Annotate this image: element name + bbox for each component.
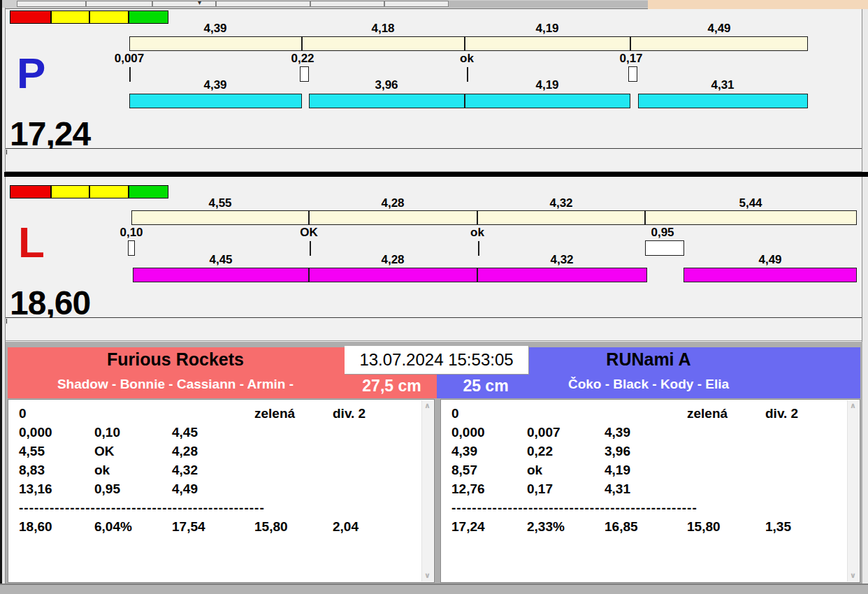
lane-l-exchange-label: 0,95 — [631, 226, 694, 239]
lane-p-run-bar-segment — [129, 94, 302, 108]
vertical-scrollbar[interactable]: ∧ ∨ — [847, 400, 859, 581]
lane-p-split-label: 4,39 — [173, 22, 257, 35]
lane-p-split-label: 4,18 — [341, 22, 425, 35]
table-row: 0,000 0,10 4,45 — [19, 423, 417, 442]
time-diff: 1,35 — [765, 519, 843, 535]
lane-p-total-time: 17,24 — [10, 117, 90, 151]
team-left-results-box[interactable]: 0 zelená div. 2 0,000 0,10 4,45 4,55 OK … — [8, 399, 435, 583]
lane-l-run-label: 4,28 — [351, 253, 435, 266]
swatch-yellow-icon — [89, 10, 129, 24]
lane-l-split-bar-segment — [131, 210, 309, 225]
window-top-toolbar: ▾ — [0, 0, 868, 9]
lane-p-run-bar-segment — [638, 94, 808, 108]
table-row: 4,55 OK 4,28 — [19, 442, 417, 461]
lane-l-split-label: 4,32 — [519, 196, 603, 210]
lane-p-split-label: 4,49 — [677, 22, 761, 35]
lane-p-exchange-label: 0,007 — [98, 52, 161, 65]
table-row: 8,83 ok 4,32 — [19, 461, 417, 479]
lane-p-exchange-label: 0,17 — [600, 52, 663, 65]
timestamp: 13.07.2024 15:53:05 — [345, 346, 529, 375]
lane-l-split-bar-segment — [645, 210, 857, 225]
lane-l-exchange-label: OK — [277, 226, 340, 239]
toolbar-segment — [216, 1, 310, 7]
team-right-jump-height: 25 cm — [447, 377, 524, 396]
lane-p-split-bar-segment — [302, 36, 465, 51]
category-value: zelená — [687, 406, 765, 421]
toolbar-segment — [86, 1, 152, 7]
team-right-results-box[interactable]: 0 zelená div. 2 0,000 0,007 4,39 4,39 0,… — [440, 399, 860, 583]
lane-l-run-label: 4,32 — [520, 253, 604, 266]
toolbar-segment — [152, 1, 216, 7]
timing-app-window: ▾ P 4,39 4,18 4,19 4,49 0,007 0,22 ok 0,… — [0, 0, 868, 594]
swatch-green-icon — [129, 10, 168, 24]
lane-p-run-label: 4,31 — [681, 78, 765, 92]
table-row: 0 zelená div. 2 — [19, 404, 417, 423]
lane-l-timeline-strip — [6, 318, 862, 341]
net-time: 17,54 — [172, 519, 254, 535]
lane-divider-bar — [4, 172, 868, 177]
lane-l-run-bar-segment — [477, 268, 647, 282]
faults-value: 0 — [451, 406, 527, 421]
total-time: 18,60 — [19, 519, 94, 535]
vertical-scrollbar[interactable]: ∧ ∨ — [421, 400, 433, 581]
lane-l-split-label: 4,28 — [351, 196, 435, 210]
table-row: 8,57 ok 4,19 — [451, 461, 843, 479]
table-summary-row: 17,24 2,33% 16,85 15,80 1,35 — [451, 517, 843, 536]
scrollbar-down-icon[interactable]: ∨ — [848, 570, 858, 581]
table-summary-row: 18,60 6,04% 17,54 15,80 2,04 — [19, 517, 417, 536]
exchange-window-box — [128, 240, 135, 256]
toolbar-filler — [449, 1, 648, 8]
timeline-origin-tick — [6, 319, 7, 324]
scrollbar-up-icon[interactable]: ∧ — [422, 400, 433, 412]
lane-p-split-bar-segment — [630, 36, 808, 51]
team-left-jump-height: 27,5 cm — [352, 377, 432, 396]
faults-value: 0 — [19, 406, 94, 421]
category-value: zelená — [254, 406, 333, 421]
lane-l-split-bar-segment — [309, 210, 477, 225]
swatch-red-icon — [10, 185, 51, 198]
toolbar-segment — [384, 1, 449, 7]
division-value: div. 2 — [333, 406, 417, 421]
window-bottom-frame — [0, 584, 868, 594]
lane-l-split-bar-segment — [477, 210, 645, 225]
table-row: 4,39 0,22 3,96 — [451, 442, 843, 461]
toolbar-segment — [17, 1, 86, 7]
table-row: 12,76 0,17 4,31 — [451, 479, 843, 498]
swatch-yellow-icon — [89, 185, 129, 198]
lane-p-run-label: 4,19 — [505, 78, 589, 92]
toolbar-segment — [310, 1, 384, 7]
lane-l-exchange-label: 0,10 — [100, 226, 163, 239]
exchange-tick-marker — [467, 67, 468, 82]
lane-p-exchange-label: 0,22 — [271, 52, 334, 65]
lane-l-run-bar-segment — [309, 268, 477, 282]
exchange-tick-marker — [478, 241, 479, 256]
lane-p-run-label: 3,96 — [345, 78, 428, 92]
table-row: 13,16 0,95 4,49 — [19, 479, 417, 498]
exchange-window-box — [300, 66, 309, 82]
total-time: 17,24 — [451, 519, 527, 535]
reference-time: 15,80 — [254, 519, 333, 535]
lane-p-split-label: 4,19 — [505, 22, 589, 35]
lane-l-run-label: 4,49 — [728, 253, 812, 266]
lane-l-run-bar-segment — [683, 268, 857, 282]
lane-p-timeline-strip — [6, 149, 862, 172]
percent-diff: 6,04% — [94, 519, 172, 535]
lane-l-label: L — [18, 221, 45, 264]
lane-l-run-label: 4,45 — [179, 253, 263, 266]
swatch-yellow-icon — [51, 185, 89, 198]
background-window-strip — [648, 0, 868, 9]
table-row: 0,000 0,007 4,39 — [451, 423, 843, 442]
lane-l-split-label: 5,44 — [709, 196, 793, 210]
scrollbar-down-icon[interactable]: ∨ — [422, 570, 433, 581]
lane-p-exchange-label: ok — [435, 52, 498, 65]
lane-p-run-bar-segment — [465, 94, 630, 108]
table-separator: ----------------------------------------… — [451, 498, 843, 517]
dropdown-arrow-icon[interactable]: ▾ — [198, 0, 201, 6]
reference-time: 15,80 — [687, 519, 765, 535]
timeline-origin-tick — [6, 150, 7, 154]
net-time: 16,85 — [605, 519, 687, 535]
lane-p-run-label: 4,39 — [173, 78, 257, 92]
table-row: 0 zelená div. 2 — [451, 404, 843, 423]
scrollbar-up-icon[interactable]: ∧ — [848, 400, 858, 412]
lane-l-split-label: 4,55 — [178, 196, 262, 210]
